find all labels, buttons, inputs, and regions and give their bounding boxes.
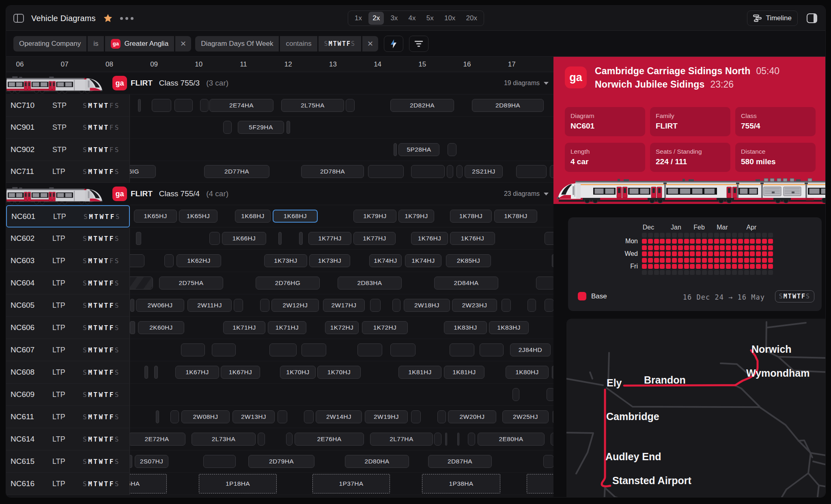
- schedule-block-2D77HA[interactable]: 2D77HA: [204, 165, 269, 178]
- schedule-block-2W23HJ[interactable]: 2W23HJ: [452, 299, 497, 312]
- zoom-option-3x[interactable]: 3x: [386, 12, 402, 25]
- schedule-block-2S07HJ[interactable]: 2S07HJ: [135, 455, 168, 468]
- schedule-block[interactable]: [394, 143, 397, 156]
- schedule-block-2J84HD[interactable]: 2J84HD: [510, 343, 551, 356]
- schedule-block[interactable]: [152, 99, 171, 112]
- schedule-block[interactable]: [457, 433, 459, 446]
- schedule-block[interactable]: [212, 343, 236, 356]
- schedule-block[interactable]: [547, 388, 553, 401]
- diagram-row-head-NC604[interactable]: NC604LTPSMTWTFS: [6, 272, 130, 294]
- schedule-block[interactable]: [370, 299, 381, 312]
- schedule-block[interactable]: [447, 165, 453, 178]
- favorite-star-icon[interactable]: [103, 13, 113, 23]
- schedule-block-2W18HJ[interactable]: 2W18HJ: [404, 299, 450, 312]
- schedule-block-2W14HJ[interactable]: 2W14HJ: [316, 410, 362, 423]
- schedule-block[interactable]: [368, 165, 404, 178]
- group-diagram-count[interactable]: 23 diagrams: [504, 183, 549, 205]
- schedule-block[interactable]: [545, 232, 553, 245]
- schedule-block[interactable]: [138, 99, 141, 112]
- schedule-block[interactable]: [527, 474, 553, 493]
- diagram-row-head-NC601[interactable]: NC601LTPSMTWTFS: [6, 205, 130, 227]
- filter-menu-button[interactable]: [409, 36, 428, 52]
- schedule-block-1K73HJ[interactable]: 1K73HJ: [309, 254, 350, 267]
- schedule-block-2D78HA[interactable]: 2D78HA: [301, 165, 364, 178]
- zoom-option-1x[interactable]: 1x: [351, 12, 366, 25]
- schedule-block[interactable]: [200, 99, 209, 112]
- diagram-row-head-NC710[interactable]: NC710STPSMTWTFS: [6, 94, 130, 117]
- schedule-block[interactable]: [278, 410, 287, 423]
- schedule-block-1K68HJ[interactable]: 1K68HJ: [273, 210, 318, 223]
- filter-operator-chip[interactable]: is: [88, 36, 104, 51]
- schedule-block-1K76HJ[interactable]: 1K76HJ: [411, 232, 448, 245]
- schedule-block-1K66HJ[interactable]: 1K66HJ: [222, 232, 266, 245]
- diagram-row-head-NC603[interactable]: NC603LTPSMTWTFS: [6, 250, 130, 272]
- schedule-block-2L75HA[interactable]: 2L75HA: [281, 99, 344, 112]
- schedule-block[interactable]: [260, 299, 269, 312]
- schedule-block[interactable]: [456, 165, 463, 178]
- diagram-row-head-NC614[interactable]: NC614LTPSMTWTFS: [6, 428, 130, 450]
- schedule-block-1K77HJ[interactable]: 1K77HJ: [308, 232, 351, 245]
- diagram-row-head-NC606[interactable]: NC606LTPSMTWTFS: [6, 317, 130, 339]
- filter-field-chip[interactable]: Operating Company: [13, 36, 86, 51]
- schedule-block[interactable]: [346, 99, 355, 112]
- schedule-block-2E72HA[interactable]: 2E72HA: [130, 433, 185, 446]
- schedule-block-1K65HJ[interactable]: 1K65HJ: [134, 210, 177, 223]
- schedule-block[interactable]: [130, 455, 132, 468]
- schedule-block[interactable]: [437, 410, 446, 423]
- schedule-block-1K79HJ[interactable]: 1K79HJ: [353, 210, 396, 223]
- schedule-block-1K68HJ[interactable]: 1K68HJ: [235, 210, 271, 223]
- schedule-block-1P05HA[interactable]: 1P05HA: [130, 474, 167, 493]
- schedule-block[interactable]: [278, 232, 282, 245]
- diagram-row-head-NC901[interactable]: NC901STPSMTWTFS: [6, 117, 130, 139]
- schedule-block[interactable]: [550, 165, 553, 178]
- schedule-block-2W06HJ[interactable]: 2W06HJ: [136, 299, 184, 312]
- diagram-row-head-NC605[interactable]: NC605LTPSMTWTFS: [6, 294, 130, 317]
- schedule-block[interactable]: [234, 299, 243, 312]
- schedule-block-5P28HA[interactable]: 5P28HA: [398, 143, 439, 156]
- schedule-block-2W08HJ[interactable]: 2W08HJ: [181, 410, 230, 423]
- zoom-option-10x[interactable]: 10x: [440, 12, 459, 25]
- zoom-option-5x[interactable]: 5x: [422, 12, 438, 25]
- schedule-block[interactable]: [301, 343, 326, 356]
- schedule-block-1K72HJ[interactable]: 1K72HJ: [362, 321, 408, 334]
- schedule-block-2D87HA[interactable]: 2D87HA: [428, 455, 492, 468]
- schedule-block-1P18HA[interactable]: 1P18HA: [199, 474, 277, 493]
- schedule-block-1K67HJ[interactable]: 1K67HJ: [221, 366, 260, 379]
- filter-days-value-chip[interactable]: SMTWTFS: [319, 36, 361, 51]
- schedule-block-1K83HJ[interactable]: 1K83HJ: [489, 321, 529, 334]
- schedule-block-2D80HA[interactable]: 2D80HA: [345, 455, 409, 468]
- zoom-option-20x[interactable]: 20x: [462, 12, 481, 25]
- filter-remove-icon[interactable]: ✕: [362, 36, 378, 51]
- schedule-block-1K80HJ[interactable]: 1K80HJ: [506, 366, 549, 379]
- schedule-block-2W12HJ[interactable]: 2W12HJ: [271, 299, 319, 312]
- schedule-block[interactable]: [181, 343, 205, 356]
- schedule-block[interactable]: [392, 299, 400, 312]
- schedule-block-1K67HJ[interactable]: 1K67HJ: [175, 366, 219, 379]
- diagram-row-head-NC902[interactable]: NC902STPSMTWTFS: [6, 139, 130, 161]
- schedule-block-2E74HA[interactable]: 2E74HA: [209, 99, 273, 112]
- schedule-block[interactable]: [223, 121, 232, 134]
- diagram-row-head-NC607[interactable]: NC607LTPSMTWTFS: [6, 339, 130, 361]
- schedule-block[interactable]: [468, 433, 475, 446]
- schedule-block-1K72HJ[interactable]: 1K72HJ: [325, 321, 359, 334]
- schedule-block[interactable]: [536, 277, 553, 290]
- schedule-block-1K74HJ[interactable]: 1K74HJ: [405, 254, 441, 267]
- diagram-row-head-NC616[interactable]: NC616LTPSMTWTFS: [6, 473, 130, 495]
- schedule-block[interactable]: [130, 254, 144, 267]
- diagram-row-head-NC602[interactable]: NC602LTPSMTWTFS: [6, 227, 130, 250]
- schedule-block-2S21HJ[interactable]: 2S21HJ: [465, 165, 503, 178]
- schedule-block-1K77HJ[interactable]: 1K77HJ: [353, 232, 396, 245]
- schedule-block-1K70HJ[interactable]: 1K70HJ: [317, 366, 361, 379]
- schedule-block-1K73HJ[interactable]: 1K73HJ: [264, 254, 307, 267]
- diagram-row-head-NC711[interactable]: NC711LTPSMTWTFS: [6, 161, 130, 183]
- schedule-block-1P37HA[interactable]: 1P37HA: [312, 474, 390, 493]
- schedule-block[interactable]: [258, 433, 265, 446]
- schedule-block-1P38HA[interactable]: 1P38HA: [422, 474, 500, 493]
- schedule-block[interactable]: [130, 277, 153, 290]
- schedule-block-2E76HA[interactable]: 2E76HA: [295, 433, 364, 446]
- schedule-block[interactable]: [480, 343, 504, 356]
- schedule-block-2W13HJ[interactable]: 2W13HJ: [233, 410, 275, 423]
- schedule-block-2D89HA[interactable]: 2D89HA: [472, 99, 544, 112]
- group-diagram-count[interactable]: 19 diagrams: [504, 72, 549, 94]
- schedule-block[interactable]: [304, 410, 314, 423]
